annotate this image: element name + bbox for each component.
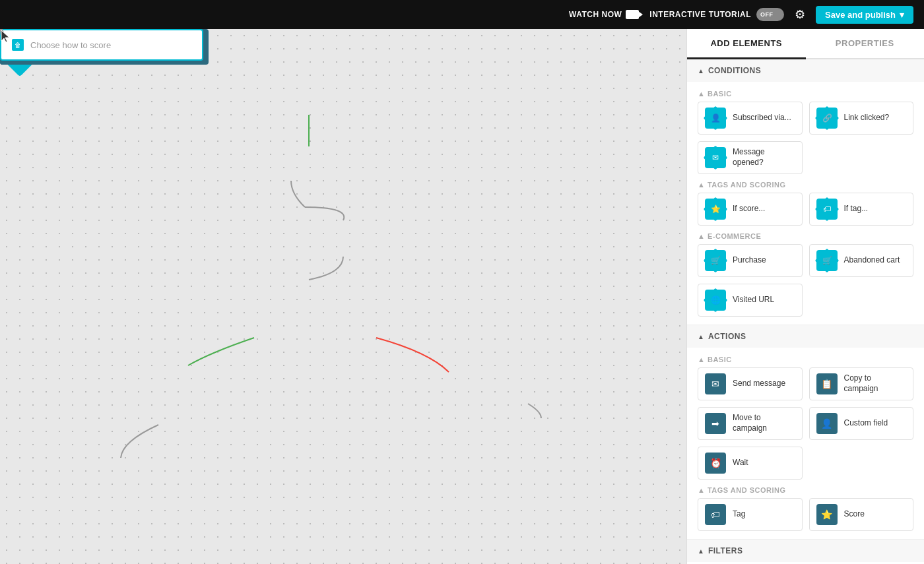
element-visited-url[interactable]: 🌐 Visited URL	[698, 284, 803, 317]
main-layout: 👤 Subscribed via the form ✓ ⏰ Wait for 1…	[0, 29, 924, 564]
link-clicked-icon: 🔗	[816, 108, 838, 129]
if-score-label: If score...	[733, 204, 765, 214]
subscribed-label: Subscribed via...	[733, 113, 791, 123]
tab-add-elements[interactable]: ADD ELEMENTS	[687, 29, 806, 59]
tags-actions-label: ▲ TAGS AND SCORING	[698, 486, 913, 494]
purchase-label: Purchase	[733, 255, 766, 266]
copy-campaign-icon: 📋	[816, 373, 838, 394]
tags-actions-title: TAGS AND SCORING	[708, 486, 786, 494]
link-clicked-diamond: 🔗	[814, 106, 839, 131]
abandoned-cart-icon: 🛒	[816, 250, 838, 271]
ecommerce-label: ▲ E-COMMERCE	[698, 232, 913, 240]
move-campaign-label: Move to campaign	[733, 413, 795, 433]
conditions-section: ▲ CONDITIONS ▲ BASIC 👤 Su	[687, 59, 924, 325]
conditions-header[interactable]: ▲ CONDITIONS	[687, 59, 924, 82]
element-copy-campaign[interactable]: 📋 Copy to campaign	[809, 367, 914, 400]
arrow-tags: ▲	[698, 181, 708, 189]
save-publish-button[interactable]: Save and publish ▾	[816, 6, 913, 24]
actions-section: ▲ ACTIONS ▲ BASIC ✉ Send message 📋 Copy	[687, 325, 924, 540]
tab-properties[interactable]: PROPERTIES	[806, 29, 925, 59]
filters-section: ▲ FILTERS ◉	[687, 540, 924, 564]
element-abandoned-cart[interactable]: 🛒 Abandoned cart	[809, 244, 914, 277]
basic-title: BASIC	[708, 90, 732, 98]
send-msg-label: Send message	[733, 379, 785, 389]
tag-label: Tag	[733, 509, 745, 520]
actions-arrow: ▲	[698, 333, 704, 340]
copy-campaign-label: Copy to campaign	[844, 373, 907, 394]
element-tag[interactable]: 🏷 Tag	[698, 498, 803, 531]
visited-url-icon: 🌐	[705, 290, 726, 311]
element-subscribed[interactable]: 👤 Subscribed via...	[698, 102, 803, 135]
tag-icon: 🏷	[705, 504, 726, 525]
purchase-diamond: 🛒	[704, 249, 728, 273]
save-publish-arrow: ▾	[900, 10, 904, 20]
score-label-0: 0	[0, 29, 4, 37]
element-custom-field[interactable]: 👤 Custom field	[809, 407, 914, 440]
element-send-message[interactable]: ✉ Send message	[698, 367, 803, 400]
basic-conditions-label: ▲ BASIC	[698, 90, 913, 98]
ecommerce-grid: 🛒 Purchase 🛒 Abandoned cart	[698, 244, 913, 317]
tutorial-label: INTERACTIVE TUTORIAL	[649, 10, 751, 19]
actions-title: ACTIONS	[708, 332, 746, 341]
tutorial-toggle[interactable]: OFF	[756, 8, 784, 21]
subscribed-icon: 👤	[705, 108, 726, 129]
purchase-icon: 🛒	[705, 250, 726, 271]
message-opened-diamond: ✉	[704, 146, 728, 170]
if-score-icon: ⭐	[705, 199, 726, 220]
filters-header[interactable]: ▲ FILTERS	[687, 540, 924, 562]
move-campaign-icon: ➡	[705, 413, 726, 434]
topbar: WATCH NOW INTERACTIVE TUTORIAL OFF ⚙ Sav…	[0, 0, 924, 29]
element-message-opened[interactable]: ✉ Message opened?	[698, 141, 803, 174]
basic-conditions-grid: 👤 Subscribed via... 🔗 Link clicked?	[698, 102, 913, 174]
conditions-body: ▲ BASIC 👤 Subscribed via...	[687, 82, 924, 325]
tags-title: TAGS AND SCORING	[708, 181, 786, 189]
tags-scoring-label: ▲ TAGS AND SCORING	[698, 181, 913, 189]
message-opened-label: Message opened?	[733, 147, 795, 168]
abandoned-cart-label: Abandoned cart	[844, 255, 900, 266]
custom-field-label: Custom field	[844, 418, 888, 429]
camera-icon	[626, 10, 639, 19]
element-purchase[interactable]: 🛒 Purchase	[698, 244, 803, 277]
settings-button[interactable]: ⚙	[795, 7, 805, 22]
element-link-clicked[interactable]: 🔗 Link clicked?	[809, 102, 914, 135]
score-delete-button[interactable]: 🗑	[12, 39, 24, 51]
if-tag-diamond: 🏷	[814, 197, 839, 222]
element-if-tag[interactable]: 🏷 If tag...	[809, 193, 914, 226]
element-wait[interactable]: ⏰ Wait	[698, 447, 803, 480]
if-tag-icon: 🏷	[816, 199, 838, 220]
right-panel: ADD ELEMENTS PROPERTIES ▲ CONDITIONS ▲ B…	[686, 29, 924, 564]
interactive-tutorial: INTERACTIVE TUTORIAL OFF	[649, 8, 784, 21]
tab-add-label: ADD ELEMENTS	[710, 38, 782, 48]
conditions-title: CONDITIONS	[708, 66, 761, 75]
arrow-basic: ▲	[698, 90, 708, 98]
filters-title: FILTERS	[708, 546, 743, 555]
score-text: Choose how to score	[30, 40, 111, 50]
visited-url-diamond: 🌐	[704, 288, 728, 313]
wait-label-panel: Wait	[733, 458, 748, 468]
conditions-arrow: ▲	[698, 67, 704, 75]
visited-url-label: Visited URL	[733, 295, 774, 305]
abandoned-cart-diamond: 🛒	[814, 249, 839, 273]
basic-actions-title: BASIC	[708, 356, 732, 363]
arrow-ecomm: ▲	[698, 232, 708, 240]
element-move-campaign[interactable]: ➡ Move to campaign	[698, 407, 803, 440]
panel-tabs: ADD ELEMENTS PROPERTIES	[687, 29, 924, 59]
element-if-score[interactable]: ⭐ If score...	[698, 193, 803, 226]
filters-arrow: ▲	[698, 548, 704, 555]
tags-conditions-grid: ⭐ If score... 🏷 If tag...	[698, 193, 913, 226]
if-tag-label: If tag...	[844, 204, 869, 214]
element-score[interactable]: ⭐ Score	[809, 498, 914, 531]
score-icon: ⭐	[816, 504, 838, 525]
tags-actions-grid: 🏷 Tag ⭐ Score	[698, 498, 913, 531]
send-msg-icon: ✉	[705, 373, 726, 394]
score-node[interactable]: 🗑 ☆ Choose how to score	[0, 29, 203, 61]
workflow-canvas[interactable]: 👤 Subscribed via the form ✓ ⏰ Wait for 1…	[0, 29, 686, 564]
actions-header[interactable]: ▲ ACTIONS	[687, 325, 924, 348]
ecommerce-title: E-COMMERCE	[708, 232, 761, 240]
wait-icon-panel: ⏰	[705, 453, 726, 474]
link-clicked-label: Link clicked?	[844, 113, 890, 123]
watch-now-button[interactable]: WATCH NOW	[569, 10, 639, 19]
if-score-diamond: ⭐	[704, 197, 728, 222]
custom-field-icon: 👤	[816, 413, 838, 434]
tab-properties-label: PROPERTIES	[836, 38, 894, 48]
